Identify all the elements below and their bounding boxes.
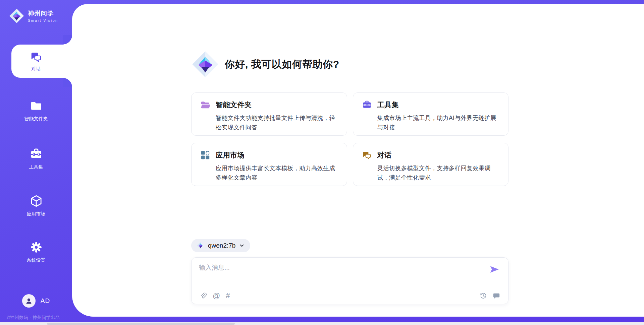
- sidebar: 神州问学 Smart Vision 对话 智能文件夹 工具集 应用市场 系统设置: [0, 0, 72, 325]
- topic-icon: #: [226, 292, 230, 300]
- composer-tools-right: [480, 292, 500, 300]
- sidebar-footer: ©神州数码 · 神州问学出品: [7, 315, 60, 321]
- folder-open-icon: [200, 100, 210, 110]
- user-name: AD: [41, 297, 50, 305]
- chat-bubbles-icon: [362, 150, 372, 160]
- gem-diamond-icon: [9, 8, 24, 24]
- send-button[interactable]: [489, 265, 499, 274]
- composer-tools-left: @ #: [200, 292, 230, 300]
- sidebar-item-settings[interactable]: 系统设置: [0, 241, 72, 263]
- attachment-icon: [200, 292, 207, 300]
- toolbox-icon: [30, 147, 43, 161]
- sidebar-item-label: 智能文件夹: [24, 116, 48, 122]
- card-chat[interactable]: 对话 灵活切换多模型文件，支持多样回复效果调试，满足个性化需求: [353, 143, 509, 186]
- card-description: 智能文件夹功能支持批量文件上传与清洗，轻松实现文件问答: [216, 113, 338, 132]
- sidebar-nav: 对话 智能文件夹 工具集 应用市场 系统设置: [0, 45, 72, 263]
- sidebar-item-app-market[interactable]: 应用市场: [0, 194, 72, 217]
- gear-icon: [30, 241, 43, 254]
- chat-home-content: 你好, 我可以如何帮助你? 智能文件夹 智能文件夹功能支持批量文件上传与清洗，轻…: [191, 4, 508, 304]
- card-title: 应用市场: [216, 150, 245, 160]
- quick-reply-icon: [493, 292, 500, 300]
- gem-diamond-icon: [197, 242, 205, 250]
- brand-name: 神州问学: [28, 9, 58, 17]
- model-name: qwen2:7b: [208, 242, 235, 249]
- quick-reply-button[interactable]: [493, 292, 500, 300]
- brand-logo: 神州问学 Smart Vision: [0, 0, 72, 24]
- avatar: [22, 294, 36, 308]
- chat-bubbles-icon: [30, 51, 43, 63]
- grid-icon: [200, 150, 210, 160]
- sidebar-item-smart-folder[interactable]: 智能文件夹: [0, 99, 72, 122]
- card-smart-folder[interactable]: 智能文件夹 智能文件夹功能支持批量文件上传与清洗，轻松实现文件问答: [191, 92, 347, 136]
- toolbox-icon: [362, 100, 372, 110]
- cube-icon: [30, 194, 43, 208]
- send-icon: [489, 265, 499, 274]
- user-icon: [25, 297, 33, 305]
- card-description: 灵活切换多模型文件，支持多样回复效果调试，满足个性化需求: [377, 164, 500, 182]
- horizontal-scrollbar[interactable]: [0, 322, 644, 325]
- sidebar-item-chat[interactable]: 对话: [11, 45, 72, 78]
- card-title: 对话: [377, 150, 392, 160]
- card-toolset[interactable]: 工具集 集成市场上主流工具，助力AI与外界无缝扩展与对接: [353, 92, 509, 136]
- greeting-row: 你好, 我可以如何帮助你?: [191, 50, 508, 78]
- sidebar-item-toolset[interactable]: 工具集: [0, 147, 72, 170]
- scrollbar-thumb[interactable]: [47, 323, 235, 325]
- composer-divider: [198, 286, 501, 286]
- sidebar-item-label: 应用市场: [27, 211, 46, 217]
- mention-button[interactable]: @: [213, 292, 220, 300]
- model-selector[interactable]: qwen2:7b: [191, 239, 250, 252]
- mention-icon: @: [213, 292, 220, 300]
- brand-subtitle: Smart Vision: [28, 18, 58, 22]
- chevron-down-icon: [239, 243, 245, 249]
- message-composer: @ #: [191, 257, 508, 304]
- card-title: 智能文件夹: [216, 100, 252, 110]
- sidebar-item-label: 系统设置: [27, 257, 46, 263]
- sidebar-item-label: 工具集: [29, 164, 43, 170]
- greeting-text: 你好, 我可以如何帮助你?: [225, 58, 339, 71]
- gem-diamond-icon: [191, 50, 219, 78]
- card-app-market[interactable]: 应用市场 应用市场提供丰富长文本模板，助力高效生成多样化文章内容: [191, 143, 347, 186]
- history-icon: [480, 292, 487, 300]
- attachment-button[interactable]: [200, 292, 207, 300]
- card-description: 应用市场提供丰富长文本模板，助力高效生成多样化文章内容: [216, 164, 338, 182]
- feature-cards: 智能文件夹 智能文件夹功能支持批量文件上传与清洗，轻松实现文件问答 工具集 集成…: [191, 92, 508, 186]
- user-menu[interactable]: AD: [0, 294, 72, 308]
- sidebar-item-label: 对话: [32, 66, 41, 72]
- card-description: 集成市场上主流工具，助力AI与外界无缝扩展与对接: [377, 113, 500, 132]
- message-input[interactable]: [199, 263, 481, 283]
- history-button[interactable]: [480, 292, 487, 300]
- main-panel: 你好, 我可以如何帮助你? 智能文件夹 智能文件夹功能支持批量文件上传与清洗，轻…: [72, 4, 644, 317]
- card-title: 工具集: [377, 100, 399, 110]
- topic-button[interactable]: #: [226, 292, 230, 300]
- folder-icon: [30, 99, 43, 113]
